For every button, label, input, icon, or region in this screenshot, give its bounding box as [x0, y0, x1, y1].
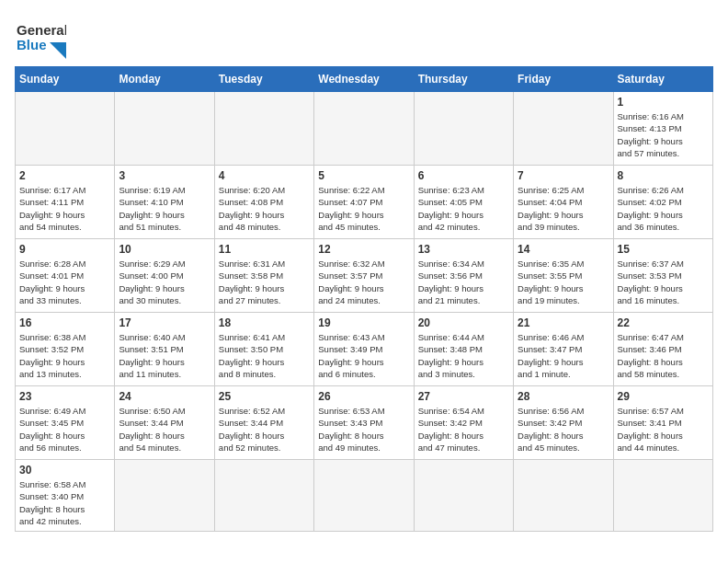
- week-row-2: 2Sunrise: 6:17 AM Sunset: 4:11 PM Daylig…: [16, 166, 713, 239]
- day-number: 27: [418, 390, 509, 403]
- day-info: Sunrise: 6:46 AM Sunset: 3:47 PM Dayligh…: [518, 331, 609, 380]
- day-number: 1: [618, 96, 709, 109]
- day-number: 19: [318, 316, 409, 329]
- day-info: Sunrise: 6:38 AM Sunset: 3:52 PM Dayligh…: [19, 331, 110, 380]
- header: General Blue: [15, 15, 713, 59]
- calendar-cell: 18Sunrise: 6:41 AM Sunset: 3:50 PM Dayli…: [214, 313, 313, 386]
- week-row-5: 23Sunrise: 6:49 AM Sunset: 3:45 PM Dayli…: [16, 386, 713, 460]
- day-number: 14: [518, 243, 609, 256]
- calendar-cell: [414, 92, 513, 166]
- calendar-cell: 21Sunrise: 6:46 AM Sunset: 3:47 PM Dayli…: [514, 313, 613, 386]
- weekday-header-thursday: Thursday: [414, 67, 513, 92]
- calendar-cell: 20Sunrise: 6:44 AM Sunset: 3:48 PM Dayli…: [414, 313, 513, 386]
- day-number: 26: [318, 390, 409, 403]
- day-info: Sunrise: 6:41 AM Sunset: 3:50 PM Dayligh…: [219, 331, 310, 380]
- calendar-cell: 19Sunrise: 6:43 AM Sunset: 3:49 PM Dayli…: [314, 313, 414, 386]
- day-info: Sunrise: 6:22 AM Sunset: 4:07 PM Dayligh…: [318, 184, 409, 233]
- calendar-cell: [115, 92, 214, 166]
- day-info: Sunrise: 6:28 AM Sunset: 4:01 PM Dayligh…: [19, 258, 110, 306]
- day-info: Sunrise: 6:17 AM Sunset: 4:11 PM Dayligh…: [19, 184, 110, 233]
- calendar-cell: [514, 460, 613, 532]
- calendar-cell: 24Sunrise: 6:50 AM Sunset: 3:44 PM Dayli…: [115, 386, 214, 460]
- calendar-cell: 12Sunrise: 6:32 AM Sunset: 3:57 PM Dayli…: [314, 239, 414, 313]
- week-row-6: 30Sunrise: 6:58 AM Sunset: 3:40 PM Dayli…: [16, 460, 713, 532]
- day-info: Sunrise: 6:34 AM Sunset: 3:56 PM Dayligh…: [418, 258, 509, 306]
- day-info: Sunrise: 6:23 AM Sunset: 4:05 PM Dayligh…: [418, 184, 509, 233]
- week-row-3: 9Sunrise: 6:28 AM Sunset: 4:01 PM Daylig…: [16, 239, 713, 313]
- calendar-cell: 17Sunrise: 6:40 AM Sunset: 3:51 PM Dayli…: [115, 313, 214, 386]
- day-number: 22: [618, 316, 709, 329]
- day-info: Sunrise: 6:19 AM Sunset: 4:10 PM Dayligh…: [119, 184, 210, 233]
- day-info: Sunrise: 6:26 AM Sunset: 4:02 PM Dayligh…: [618, 184, 709, 233]
- calendar-cell: [214, 92, 313, 166]
- calendar-cell: [214, 460, 313, 532]
- weekday-header-saturday: Saturday: [613, 67, 712, 92]
- calendar-cell: 5Sunrise: 6:22 AM Sunset: 4:07 PM Daylig…: [314, 166, 414, 239]
- weekday-header-monday: Monday: [115, 67, 214, 92]
- calendar: SundayMondayTuesdayWednesdayThursdayFrid…: [15, 66, 713, 532]
- day-info: Sunrise: 6:20 AM Sunset: 4:08 PM Dayligh…: [219, 184, 310, 233]
- calendar-cell: [314, 92, 414, 166]
- calendar-cell: 10Sunrise: 6:29 AM Sunset: 4:00 PM Dayli…: [115, 239, 214, 313]
- calendar-cell: 25Sunrise: 6:52 AM Sunset: 3:44 PM Dayli…: [214, 386, 313, 460]
- day-number: 2: [19, 169, 110, 182]
- calendar-cell: 8Sunrise: 6:26 AM Sunset: 4:02 PM Daylig…: [613, 166, 712, 239]
- calendar-cell: 15Sunrise: 6:37 AM Sunset: 3:53 PM Dayli…: [613, 239, 712, 313]
- day-number: 13: [418, 243, 509, 256]
- calendar-cell: 1Sunrise: 6:16 AM Sunset: 4:13 PM Daylig…: [613, 92, 712, 166]
- day-number: 10: [119, 243, 210, 256]
- day-info: Sunrise: 6:32 AM Sunset: 3:57 PM Dayligh…: [318, 258, 409, 306]
- day-info: Sunrise: 6:58 AM Sunset: 3:40 PM Dayligh…: [19, 478, 110, 527]
- calendar-cell: 22Sunrise: 6:47 AM Sunset: 3:46 PM Dayli…: [613, 313, 712, 386]
- day-number: 6: [418, 169, 509, 182]
- svg-text:Blue: Blue: [17, 37, 47, 52]
- weekday-header-sunday: Sunday: [16, 67, 115, 92]
- day-number: 15: [618, 243, 709, 256]
- calendar-cell: 4Sunrise: 6:20 AM Sunset: 4:08 PM Daylig…: [214, 166, 313, 239]
- day-number: 4: [219, 169, 310, 182]
- weekday-header-wednesday: Wednesday: [314, 67, 414, 92]
- calendar-cell: [115, 460, 214, 532]
- day-number: 30: [19, 464, 110, 477]
- day-number: 12: [318, 243, 409, 256]
- calendar-cell: 6Sunrise: 6:23 AM Sunset: 4:05 PM Daylig…: [414, 166, 513, 239]
- calendar-cell: 14Sunrise: 6:35 AM Sunset: 3:55 PM Dayli…: [514, 239, 613, 313]
- day-info: Sunrise: 6:25 AM Sunset: 4:04 PM Dayligh…: [518, 184, 609, 233]
- calendar-cell: [514, 92, 613, 166]
- day-number: 25: [219, 390, 310, 403]
- day-info: Sunrise: 6:43 AM Sunset: 3:49 PM Dayligh…: [318, 331, 409, 380]
- day-number: 21: [518, 316, 609, 329]
- calendar-cell: [613, 460, 712, 532]
- day-number: 16: [19, 316, 110, 329]
- svg-text:General: General: [17, 22, 66, 38]
- calendar-cell: 13Sunrise: 6:34 AM Sunset: 3:56 PM Dayli…: [414, 239, 513, 313]
- day-number: 20: [418, 316, 509, 329]
- day-number: 7: [518, 169, 609, 182]
- day-info: Sunrise: 6:35 AM Sunset: 3:55 PM Dayligh…: [518, 258, 609, 306]
- day-info: Sunrise: 6:37 AM Sunset: 3:53 PM Dayligh…: [618, 258, 709, 306]
- weekday-header-row: SundayMondayTuesdayWednesdayThursdayFrid…: [16, 67, 713, 92]
- week-row-4: 16Sunrise: 6:38 AM Sunset: 3:52 PM Dayli…: [16, 313, 713, 386]
- day-info: Sunrise: 6:16 AM Sunset: 4:13 PM Dayligh…: [618, 110, 709, 159]
- day-number: 18: [219, 316, 310, 329]
- calendar-cell: 23Sunrise: 6:49 AM Sunset: 3:45 PM Dayli…: [16, 386, 115, 460]
- day-number: 5: [318, 169, 409, 182]
- day-number: 28: [518, 390, 609, 403]
- day-number: 11: [219, 243, 310, 256]
- svg-marker-2: [50, 42, 66, 59]
- calendar-cell: [314, 460, 414, 532]
- day-number: 3: [119, 169, 210, 182]
- day-info: Sunrise: 6:47 AM Sunset: 3:46 PM Dayligh…: [618, 331, 709, 380]
- calendar-cell: [16, 92, 115, 166]
- weekday-header-tuesday: Tuesday: [214, 67, 313, 92]
- weekday-header-friday: Friday: [514, 67, 613, 92]
- day-info: Sunrise: 6:50 AM Sunset: 3:44 PM Dayligh…: [119, 405, 210, 454]
- day-number: 24: [119, 390, 210, 403]
- day-number: 9: [19, 243, 110, 256]
- day-info: Sunrise: 6:49 AM Sunset: 3:45 PM Dayligh…: [19, 405, 110, 454]
- day-info: Sunrise: 6:44 AM Sunset: 3:48 PM Dayligh…: [418, 331, 509, 380]
- calendar-cell: 16Sunrise: 6:38 AM Sunset: 3:52 PM Dayli…: [16, 313, 115, 386]
- calendar-cell: 28Sunrise: 6:56 AM Sunset: 3:42 PM Dayli…: [514, 386, 613, 460]
- calendar-cell: 26Sunrise: 6:53 AM Sunset: 3:43 PM Dayli…: [314, 386, 414, 460]
- day-number: 8: [618, 169, 709, 182]
